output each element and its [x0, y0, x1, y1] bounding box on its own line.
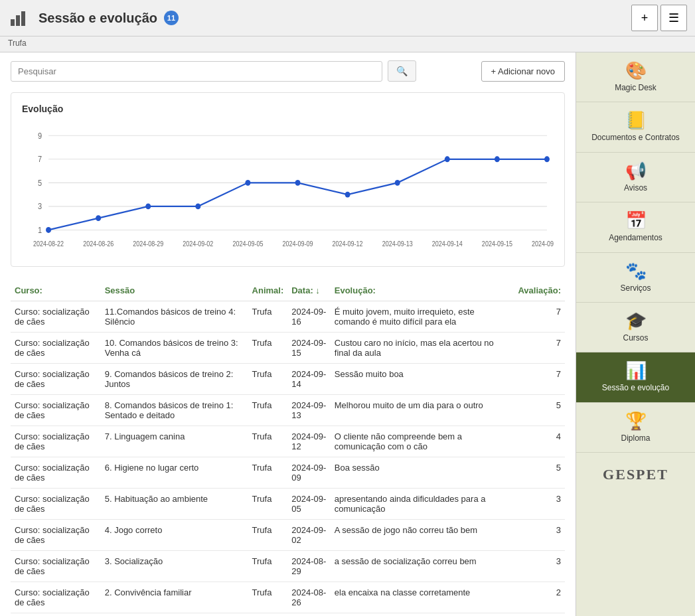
- cell-avaliacao: 3: [514, 551, 565, 582]
- col-curso: Curso:: [11, 280, 101, 301]
- sessions-table: Curso: Sessão Animal: Data: ↓ Evolução: …: [11, 280, 565, 616]
- sidebar-item-documentos[interactable]: 📒 Documentos e Contratos: [576, 102, 695, 152]
- cell-avaliacao: 5: [514, 457, 565, 489]
- cell-animal: Trufa: [248, 520, 288, 551]
- servicos-label: Serviços: [620, 283, 651, 293]
- svg-rect-1: [16, 15, 20, 26]
- table-row[interactable]: Curso: socialização de cães 4. Jogo corr…: [11, 520, 565, 551]
- main-layout: 🔍 + Adicionar novo Evolução 9 7 5 3 1: [0, 52, 695, 616]
- sidebar-item-cursos[interactable]: 🎓 Cursos: [576, 303, 695, 352]
- sidebar-item-magic-desk[interactable]: 🎨 Magic Desk: [576, 52, 695, 102]
- magic-desk-icon: 🎨: [625, 62, 647, 79]
- cell-sessao: 8. Comandos básicos de treino 1: Sentado…: [101, 395, 248, 426]
- sidebar-item-servicos[interactable]: 🐾 Serviços: [576, 253, 695, 303]
- chart-container: Evolução 9 7 5 3 1: [11, 92, 565, 267]
- cell-sessao: 10. Comandos básicos de treino 3: Venha …: [101, 333, 248, 364]
- add-button[interactable]: +: [631, 5, 658, 31]
- sidebar-item-sessao-evolucao[interactable]: 📊 Sessão e evolução: [576, 352, 695, 402]
- cell-data: 2024-08-29: [287, 551, 331, 582]
- svg-text:2024-09-05: 2024-09-05: [232, 240, 263, 248]
- top-bar-left: Sessão e evolução 11: [8, 6, 179, 30]
- cell-data: 2024-08-26: [287, 582, 331, 613]
- cell-sessao: 3. Socialização: [101, 551, 248, 582]
- cell-evolucao: Melhorou muito de um dia para o outro: [331, 395, 514, 426]
- cell-animal: Trufa: [248, 395, 288, 426]
- subtitle: Trufa: [8, 38, 27, 48]
- svg-point-21: [445, 156, 450, 162]
- table-row[interactable]: Curso: socialização de cães 8. Comandos …: [11, 395, 565, 426]
- evolution-chart: 9 7 5 3 1 202: [22, 121, 554, 254]
- agendamentos-icon: 📅: [625, 212, 647, 229]
- cell-sessao: 6. Higiene no lugar certo: [101, 457, 248, 489]
- table-row[interactable]: Curso: socialização de cães 10. Comandos…: [11, 333, 565, 364]
- svg-point-16: [195, 203, 200, 209]
- agendamentos-label: Agendamentos: [609, 233, 662, 242]
- cell-data: 2024-09-14: [287, 364, 331, 395]
- cell-curso: Curso: socialização de cães: [11, 489, 101, 520]
- cell-animal: Trufa: [248, 301, 288, 333]
- col-evolucao: Evolução:: [331, 280, 514, 301]
- svg-text:1: 1: [38, 225, 42, 234]
- cell-animal: Trufa: [248, 582, 288, 613]
- cell-sessao: 9. Comandos básicos de treino 2: Juntos: [101, 364, 248, 395]
- search-input[interactable]: [11, 61, 382, 82]
- menu-button[interactable]: ☰: [660, 5, 687, 31]
- sub-bar: Trufa: [0, 37, 695, 52]
- col-data[interactable]: Data: ↓: [287, 280, 331, 301]
- table-row[interactable]: Curso: socialização de cães 5. Habituaçã…: [11, 489, 565, 520]
- table-row[interactable]: Curso: socialização de cães 2. Convivênc…: [11, 582, 565, 613]
- cell-curso: Curso: socialização de cães: [11, 364, 101, 395]
- add-new-button[interactable]: + Adicionar novo: [481, 61, 565, 82]
- cell-sessao: 11.Comandos básicos de treino 4: Silênci…: [101, 301, 248, 333]
- cell-evolucao: Sessão muito boa: [331, 364, 514, 395]
- svg-point-15: [145, 203, 151, 209]
- documentos-label: Documentos e Contratos: [591, 133, 680, 142]
- cell-avaliacao: 2: [514, 582, 565, 613]
- cell-evolucao: Boa sessão: [331, 457, 514, 489]
- sidebar-item-agendamentos[interactable]: 📅 Agendamentos: [576, 202, 695, 252]
- svg-point-14: [96, 215, 101, 221]
- svg-text:5: 5: [38, 178, 42, 187]
- content-area: 🔍 + Adicionar novo Evolução 9 7 5 3 1: [0, 52, 576, 616]
- table-row[interactable]: Curso: socialização de cães 11.Comandos …: [11, 301, 565, 333]
- cell-sessao: 2. Convivência familiar: [101, 582, 248, 613]
- cell-animal: Trufa: [248, 364, 288, 395]
- cell-avaliacao: 4: [514, 426, 565, 457]
- svg-text:2024-09-09: 2024-09-09: [283, 240, 313, 248]
- table-row[interactable]: Curso: socialização de cães 1. Cuidados …: [11, 613, 565, 617]
- cell-avaliacao: 7: [514, 333, 565, 364]
- cell-animal: Trufa: [248, 551, 288, 582]
- table-row[interactable]: Curso: socialização de cães 7. Linguagem…: [11, 426, 565, 457]
- svg-point-18: [295, 180, 301, 186]
- svg-text:2024-09-16: 2024-09-16: [532, 240, 554, 248]
- cell-data: 2024-09-15: [287, 333, 331, 364]
- search-button[interactable]: 🔍: [388, 60, 416, 82]
- servicos-icon: 🐾: [625, 262, 647, 279]
- diploma-icon: 🏆: [625, 412, 647, 429]
- svg-point-19: [345, 192, 350, 198]
- sidebar-item-diploma[interactable]: 🏆 Diploma: [576, 403, 695, 453]
- svg-rect-2: [21, 11, 25, 26]
- svg-text:2024-09-14: 2024-09-14: [432, 240, 463, 248]
- cell-evolucao: apresentando ainda dificuldades para a c…: [331, 489, 514, 520]
- svg-point-23: [544, 156, 550, 162]
- cell-curso: Curso: socialização de cães: [11, 551, 101, 582]
- app-title: Sessão e evolução: [39, 11, 157, 26]
- svg-rect-0: [11, 19, 15, 26]
- search-bar: 🔍 + Adicionar novo: [11, 60, 565, 82]
- svg-text:2024-09-13: 2024-09-13: [382, 240, 413, 248]
- chart-title: Evolução: [22, 104, 554, 114]
- cell-curso: Curso: socialização de cães: [11, 520, 101, 551]
- cell-data: 2024-09-05: [287, 489, 331, 520]
- table-row[interactable]: Curso: socialização de cães 9. Comandos …: [11, 364, 565, 395]
- cell-data: 2024-09-12: [287, 426, 331, 457]
- cell-curso: Curso: socialização de cães: [11, 333, 101, 364]
- table-row[interactable]: Curso: socialização de cães 3. Socializa…: [11, 551, 565, 582]
- cell-curso: Curso: socialização de cães: [11, 613, 101, 617]
- cell-avaliacao: 3: [514, 520, 565, 551]
- cell-sessao: 1. Cuidados básicos, alimentação e higie…: [101, 613, 248, 617]
- table-row[interactable]: Curso: socialização de cães 6. Higiene n…: [11, 457, 565, 489]
- svg-text:2024-09-02: 2024-09-02: [183, 240, 213, 248]
- cell-avaliacao: 5: [514, 395, 565, 426]
- sidebar-item-avisos[interactable]: 📢 Avisos: [576, 153, 695, 202]
